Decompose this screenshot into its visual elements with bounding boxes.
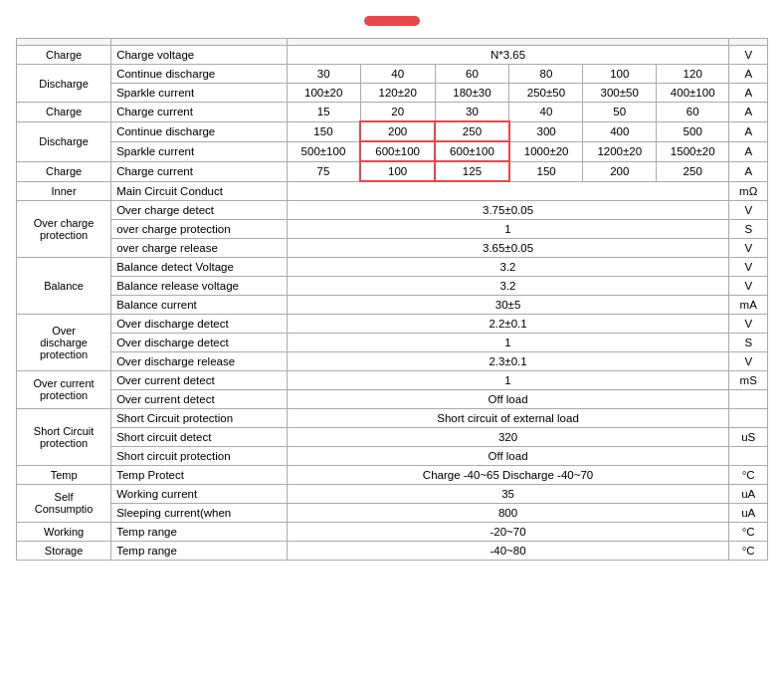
spec-cell: 30±5 [287,295,729,314]
unit-cell: V [729,200,768,219]
spec-cell: 2.3±0.1 [287,351,729,370]
unit-cell: A [729,103,768,122]
unit-cell [729,408,768,427]
description-cell: Over current detect [111,370,287,389]
spec-cell: 500±100 [287,141,360,161]
unit-cell: A [729,161,768,181]
unit-cell: A [729,84,768,103]
unit-cell: V [729,351,768,370]
spec-cell: 150 [287,121,360,141]
spec-cell: 30 [287,65,360,84]
spec-cell: -20~70 [287,522,729,541]
spec-cell: 1200±20 [583,141,656,161]
description-cell: Over current detect [111,389,287,408]
spec-cell: 60 [656,103,728,122]
description-cell: Main Circuit Conduct [111,181,287,200]
description-cell: Short circuit detect [111,427,287,446]
unit-cell: V [729,257,768,276]
spec-cell: 3.2 [287,257,729,276]
spec-cell: 300 [509,121,583,141]
spec-cell: 1 [287,370,729,389]
spec-cell: 100 [583,65,656,84]
spec-cell: Short circuit of external load [287,408,729,427]
spec-cell: 60 [435,65,509,84]
spec-cell: 400 [583,121,656,141]
unit-cell: mΩ [729,181,768,200]
spec-cell: 1 [287,219,729,238]
spec-cell: 800 [287,503,729,522]
unit-cell: V [729,46,768,65]
header-description [111,39,287,46]
spec-cell: 250±50 [509,84,583,103]
description-cell: Continue discharge [111,65,287,84]
spec-cell: Charge -40~65 Discharge -40~70 [287,465,729,484]
description-cell: Continue discharge [111,121,287,141]
spec-table: ChargeCharge voltageN*3.65VDischargeCont… [16,38,768,561]
spec-cell: 2.2±0.1 [287,314,729,333]
unit-cell: A [729,65,768,84]
unit-cell: V [729,276,768,295]
group-label: Balance [17,257,111,314]
unit-cell: A [729,121,768,141]
spec-cell: 15 [287,103,360,122]
description-cell: Charge voltage [111,46,287,65]
spec-cell: 3.65±0.05 [287,238,729,257]
group-label: Inner [17,181,111,200]
spec-cell: 75 [287,161,360,181]
group-label: Discharge [17,65,111,103]
description-cell: Charge current [111,161,287,181]
spec-cell: 500 [656,121,728,141]
spec-cell: N*3.65 [287,46,729,65]
spec-cell: 1000±20 [509,141,583,161]
spec-cell: 200 [360,121,435,141]
spec-cell: 40 [360,65,435,84]
spec-cell: 250 [435,121,509,141]
spec-cell: -40~80 [287,541,729,560]
spec-cell: 120 [656,65,728,84]
spec-cell: 3.75±0.05 [287,200,729,219]
spec-cell: 600±100 [435,141,509,161]
spec-cell: Off load [287,389,729,408]
group-label: Over current protection [17,370,111,408]
group-label: Over discharge protection [17,314,111,370]
header-function [17,39,111,46]
group-label: Short Circuit protection [17,408,111,465]
group-label: Working [17,522,111,541]
unit-cell [729,389,768,408]
spec-cell: 20 [360,103,435,122]
spec-cell: 300±50 [583,84,656,103]
description-cell: Temp Protect [111,465,287,484]
spec-cell: 250 [656,161,728,181]
description-cell: Over discharge release [111,351,287,370]
group-label: Self Consumptio [17,484,111,522]
group-label: Storage [17,541,111,560]
spec-cell: 100 [360,161,435,181]
description-cell: Temp range [111,541,287,560]
description-cell: Balance current [111,295,287,314]
unit-cell: °C [729,541,768,560]
unit-cell [729,446,768,465]
description-cell: Working current [111,484,287,503]
spec-cell: 150 [509,161,583,181]
spec-cell: 400±100 [656,84,728,103]
spec-cell: 50 [583,103,656,122]
unit-cell: V [729,238,768,257]
spec-cell: 30 [435,103,509,122]
description-cell: Sparkle current [111,141,287,161]
page-title [364,16,420,26]
spec-cell: 200 [583,161,656,181]
description-cell: Balance release voltage [111,276,287,295]
header-specification [287,39,729,46]
unit-cell: uS [729,427,768,446]
spec-cell [287,181,729,200]
spec-cell: 120±20 [360,84,435,103]
unit-cell: uA [729,503,768,522]
spec-cell: 35 [287,484,729,503]
spec-cell: 3.2 [287,276,729,295]
description-cell: Balance detect Voltage [111,257,287,276]
description-cell: Over discharge detect [111,333,287,351]
spec-cell: 80 [509,65,583,84]
unit-cell: uA [729,484,768,503]
description-cell: Short Circuit protection [111,408,287,427]
description-cell: Over charge detect [111,200,287,219]
